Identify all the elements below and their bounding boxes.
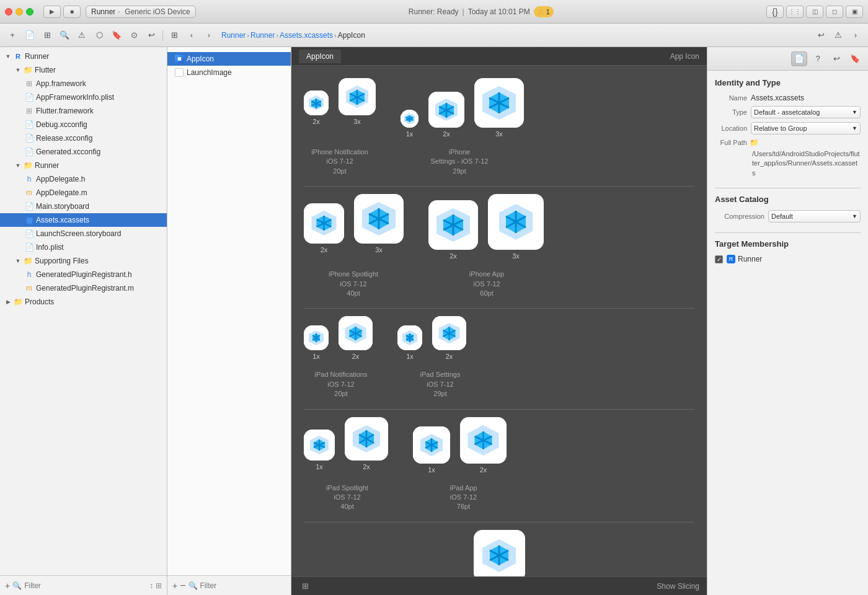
ipad-notifications-1x-box[interactable] [304, 325, 329, 350]
breadcrumb-assets[interactable]: Assets.xcassets [280, 31, 333, 40]
iphone-app-3x-box[interactable] [488, 194, 544, 250]
breadcrumb-runner[interactable]: Runner [250, 31, 275, 40]
iphone-settings-1x[interactable]: 1x [401, 110, 418, 138]
next-button[interactable]: › [848, 28, 863, 43]
iphone-settings-1x-box[interactable] [401, 110, 418, 128]
ipad-spotlight-2x-box[interactable] [345, 417, 388, 461]
ipad-spotlight-2x[interactable]: 2x [345, 417, 388, 470]
iphone-settings-2x[interactable]: 2x [428, 92, 464, 138]
sidebar-item-runner-sub[interactable]: 📁 Runner [0, 159, 167, 172]
sidebar-item-generated-plugin-h[interactable]: h GeneratedPluginRegistrant.h [0, 268, 167, 281]
sidebar-item-generated-xcconfig[interactable]: 📄 Generated.xcconfig [0, 145, 167, 159]
file-item-launchimage[interactable]: LaunchImage [167, 66, 291, 79]
sidebar-item-supporting-files[interactable]: 📁 Supporting Files [0, 254, 167, 268]
sidebar-item-launchscreen[interactable]: 📄 LaunchScreen.storyboard [0, 227, 167, 240]
runner-target-row[interactable]: ✓ R Runner [715, 255, 861, 263]
filter-sort-icon[interactable]: ↕ [149, 581, 153, 590]
ipad-notifications-2x[interactable]: 2x [339, 316, 373, 360]
ipad-settings-1x[interactable]: 1x [397, 325, 422, 360]
sidebar-item-main-storyboard[interactable]: 📄 Main.storyboard [0, 200, 167, 213]
filter-button[interactable]: ⊞ [40, 28, 55, 43]
iphone-settings-3x-box[interactable] [474, 78, 524, 128]
refresh-button[interactable]: ↩ [144, 28, 159, 43]
icon-grid[interactable]: 2x 3x [291, 66, 707, 576]
utilities-toggle[interactable]: ▣ [846, 6, 863, 18]
iphone-spotlight-3x[interactable]: 3x [354, 194, 404, 253]
back-button[interactable]: ‹ [184, 28, 199, 43]
ipad-settings-1x-box[interactable] [397, 325, 422, 350]
playback-controls[interactable]: ▶ ■ [43, 6, 81, 18]
toolbar-right[interactable]: ↩ ⚠ › [813, 28, 863, 43]
ipad-settings-2x-box[interactable] [432, 316, 466, 350]
appiconset-tab[interactable]: AppIcon [299, 50, 341, 63]
sidebar-item-flutter-framework[interactable]: ⊞ Flutter.framework [0, 104, 167, 118]
iphone-notification-2x[interactable]: 2x [304, 90, 329, 125]
ipad-app-2x-box[interactable] [460, 417, 507, 464]
add-button[interactable]: + [5, 28, 20, 43]
minimize-button[interactable] [16, 8, 23, 15]
search-button[interactable]: 🔍 [57, 28, 72, 43]
close-button[interactable] [5, 8, 12, 15]
iphone-notification-2x-box[interactable] [304, 90, 329, 115]
sidebar-item-runner-root[interactable]: R Runner [0, 50, 167, 63]
sidebar-item-flutter[interactable]: 📁 Flutter [0, 63, 167, 77]
sidebar-item-appdelegate-m[interactable]: m AppDelegate.m [0, 186, 167, 200]
scheme-selector[interactable]: Runner › Generic iOS Device [86, 6, 196, 18]
stop-button[interactable]: ■ [63, 6, 81, 18]
runner-target-checkbox[interactable]: ✓ [715, 255, 723, 263]
debug-toggle[interactable]: ◻ [826, 6, 843, 18]
sidebar-item-appframeworkinfo[interactable]: 📄 AppFrameworkInfo.plist [0, 90, 167, 104]
fullscreen-button[interactable] [26, 8, 33, 15]
compression-select[interactable]: Default ▼ [768, 210, 861, 223]
footer-grid-button[interactable]: ⊞ [299, 580, 311, 593]
ipad-spotlight-1x[interactable]: 1x [304, 430, 335, 470]
sidebar-item-generated-plugin-m[interactable]: m GeneratedPluginRegistrant.m [0, 281, 167, 295]
ipad-app-2x[interactable]: 2x [460, 417, 507, 474]
editor-options-button[interactable]: ⋮⋮ [786, 6, 804, 18]
iphone-notification-3x[interactable]: 3x [339, 78, 376, 125]
path-icon[interactable]: 📁 [750, 138, 759, 147]
warning-badge[interactable]: ⚠ 1 [534, 6, 554, 17]
files-button[interactable]: 📄 [22, 28, 37, 43]
ipad-notifications-2x-box[interactable] [339, 316, 373, 350]
sidebar-item-release-xcconfig[interactable]: 📄 Release.xcconfig [0, 131, 167, 145]
sidebar-filter-input[interactable] [24, 581, 147, 590]
warning-nav-button[interactable]: ⚠ [831, 28, 846, 43]
find-button[interactable]: ⊙ [126, 28, 141, 43]
code-review-button[interactable]: {} [766, 6, 784, 18]
bookmark-button[interactable]: 🔖 [109, 28, 124, 43]
sidebar-item-appdelegate-h[interactable]: h AppDelegate.h [0, 172, 167, 186]
sidebar-item-app-framework[interactable]: ⊞ App.framework [0, 77, 167, 90]
ipad-app-1x-box[interactable] [413, 426, 450, 464]
iphone-app-2x-box[interactable] [428, 200, 478, 250]
grid-view-button[interactable]: ⊞ [167, 28, 182, 43]
history-button[interactable]: ↩ [813, 28, 828, 43]
breadcrumb-runner-root[interactable]: Runner [221, 31, 246, 40]
iphone-spotlight-2x-box[interactable] [304, 203, 344, 244]
remove-asset-button[interactable]: − [180, 580, 185, 591]
quick-help-tab[interactable]: ? [810, 51, 826, 66]
sidebar-item-debug-xcconfig[interactable]: 📄 Debug.xcconfig [0, 118, 167, 131]
iphone-settings-2x-box[interactable] [428, 92, 464, 128]
ipad-app-1x[interactable]: 1x [413, 426, 450, 474]
file-item-appiconset[interactable]: ▦ AppIcon [167, 52, 291, 66]
traffic-lights[interactable] [5, 8, 33, 15]
sidebar-item-assets-xcassets[interactable]: ▦ Assets.xcassets [0, 213, 167, 227]
sidebar-item-products[interactable]: 📁 Products [0, 295, 167, 309]
titlebar-right[interactable]: {} ⋮⋮ ◫ ◻ ▣ [766, 6, 863, 18]
filter-options-icon[interactable]: ⊞ [156, 581, 162, 590]
file-inspector-tab[interactable]: 📄 [791, 51, 807, 66]
iphone-spotlight-2x[interactable]: 2x [304, 203, 344, 253]
iphone-spotlight-3x-box[interactable] [354, 194, 404, 244]
iphone-app-3x[interactable]: 3x [488, 194, 544, 260]
asset-filter-input[interactable] [200, 581, 293, 590]
type-select[interactable]: Default - assetcatalog ▼ [751, 106, 861, 118]
ipad-settings-2x[interactable]: 2x [432, 316, 466, 360]
forward-button[interactable]: › [202, 28, 216, 43]
ipad-notifications-1x[interactable]: 1x [304, 325, 329, 360]
bookmark-tab[interactable]: 🔖 [847, 51, 863, 66]
warning-button[interactable]: ⚠ [74, 28, 89, 43]
sidebar-item-info-plist[interactable]: 📄 Info.plist [0, 240, 167, 254]
breakpoint-button[interactable]: ⬡ [92, 28, 107, 43]
show-slicing-button[interactable]: Show Slicing [657, 582, 699, 591]
